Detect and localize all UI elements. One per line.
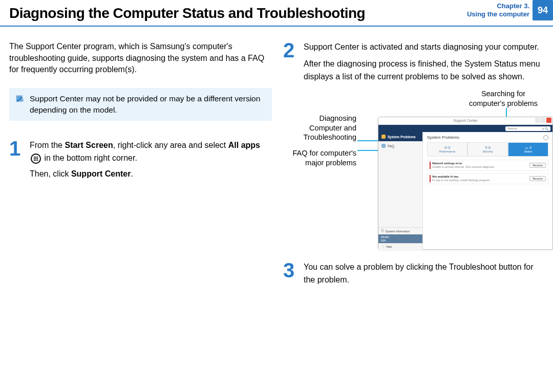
all-apps-icon	[31, 154, 41, 164]
help-icon: ❔	[381, 245, 385, 248]
step-2-body: Support Center is activated and starts d…	[304, 41, 546, 83]
search-dropdown-icon[interactable]: ▾ 🔍	[542, 127, 548, 130]
svg-rect-8	[37, 160, 38, 161]
minimize-icon[interactable]	[535, 118, 540, 123]
note-icon	[14, 93, 26, 104]
svg-rect-7	[35, 160, 36, 161]
sidebar-help[interactable]: ❔ Help	[378, 243, 422, 250]
step-1-body: From the Start Screen, right-click any a…	[30, 139, 272, 180]
sidebar: System Problems FAQ ⓘ System Information	[378, 132, 423, 250]
search-input[interactable]: Search ▾ 🔍	[505, 126, 550, 131]
resolve-button[interactable]: Resolve	[529, 163, 546, 168]
page-title: Diagnosing the Computer Status and Troub…	[9, 5, 365, 21]
annotation-diagnosing: Diagnosing Computer and Troubleshooting	[292, 114, 356, 142]
problem-row: Not available fn key Fn key is not worki…	[427, 173, 548, 184]
svg-rect-3	[34, 158, 35, 159]
note-box: Support Center may not be provided or ma…	[9, 88, 272, 121]
close-icon[interactable]	[546, 118, 551, 123]
security-icon: ⚲	[485, 146, 487, 149]
support-center-window: Support Center Search ▾ 🔍	[378, 117, 553, 250]
sidebar-model-box: Model : S/N :	[378, 234, 422, 243]
performance-icon: ⟳	[444, 146, 448, 149]
step-3-body: You can solve a problem by clicking the …	[304, 261, 546, 287]
svg-rect-0	[34, 157, 35, 158]
sidebar-system-info[interactable]: ⓘ System Information	[378, 227, 422, 234]
chapter-line1: Chapter 3.	[467, 2, 529, 10]
refresh-icon[interactable]	[543, 135, 548, 140]
step-number-1: 1	[9, 139, 25, 158]
svg-rect-6	[34, 160, 35, 161]
main-title: System Problems	[427, 135, 459, 140]
intro-paragraph: The Support Center program, which is Sam…	[9, 41, 272, 76]
faq-icon	[381, 144, 386, 148]
window-titlebar: Support Center	[378, 117, 552, 125]
status-icon: ▭	[525, 146, 528, 149]
step-number-3: 3	[283, 261, 299, 279]
sidebar-item-faq[interactable]: FAQ	[378, 141, 422, 150]
search-bar: Search ▾ 🔍	[378, 125, 552, 132]
resolve-button[interactable]: Resolve	[529, 176, 546, 181]
note-text: Support Center may not be provided or ma…	[30, 93, 266, 116]
step-number-2: 2	[283, 41, 299, 59]
chapter-line2: Using the computer	[467, 10, 529, 18]
tab-status[interactable]: ▭ 2 Status	[508, 142, 548, 157]
chapter-label: Chapter 3. Using the computer	[467, 2, 529, 19]
svg-rect-2	[37, 157, 38, 158]
system-problems-icon	[381, 135, 386, 139]
sidebar-item-system-problems[interactable]: System Problems	[378, 132, 422, 141]
tab-performance[interactable]: ⟳ 0 Performance	[427, 142, 467, 157]
svg-rect-5	[37, 158, 38, 159]
window-buttons[interactable]	[535, 118, 551, 123]
annotation-faq: FAQ for computer's major problems	[292, 148, 356, 167]
info-icon: ⓘ	[381, 229, 384, 233]
tab-security[interactable]: ⚲ 0 Security	[467, 142, 508, 157]
main-panel: System Problems ⟳ 0 Performance ⚲ 0 Secu…	[423, 132, 552, 250]
svg-rect-4	[35, 158, 36, 159]
annotation-search: Searching for computer's problems	[462, 89, 544, 108]
maximize-icon[interactable]	[541, 118, 546, 123]
severity-bar-icon	[430, 162, 431, 169]
svg-rect-1	[35, 157, 36, 158]
severity-bar-icon	[430, 175, 431, 182]
problem-row: Network settings error Unable to access …	[427, 160, 548, 171]
page-number: 94	[533, 0, 553, 20]
